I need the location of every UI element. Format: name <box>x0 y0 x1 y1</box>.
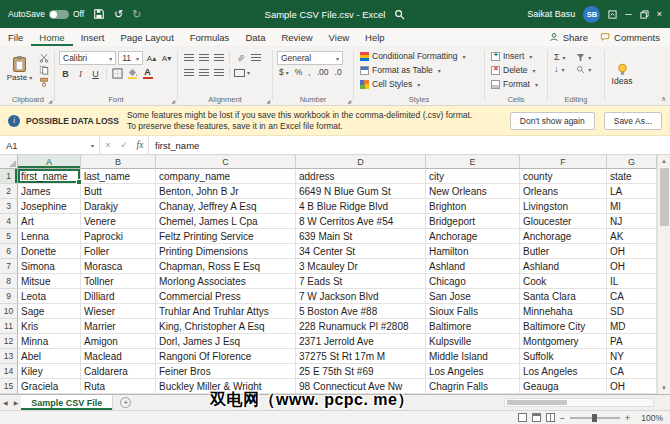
cell-G4[interactable]: NJ <box>607 214 657 229</box>
undo-button[interactable]: ↺ <box>114 9 123 20</box>
column-header-B[interactable]: B <box>81 155 156 169</box>
cell-C12[interactable]: Dorl, James J Esq <box>156 334 296 349</box>
ribbon-display-options-icon[interactable] <box>608 10 617 19</box>
cell-A6[interactable]: Donette <box>18 244 81 259</box>
wrap-text-button[interactable] <box>249 51 262 64</box>
row-header-1[interactable]: 1 <box>0 169 18 184</box>
previous-sheet-icon[interactable]: ◀ <box>0 399 11 406</box>
cell-D13[interactable]: 37275 St Rt 17m M <box>296 349 426 364</box>
cell-B7[interactable]: Morasca <box>81 259 156 274</box>
cell-E11[interactable]: Baltimore <box>426 319 520 334</box>
cell-A4[interactable]: Art <box>18 214 81 229</box>
scrollbar-thumb[interactable] <box>660 168 669 226</box>
ribbon-tab-home[interactable]: Home <box>31 28 72 46</box>
cell-E3[interactable]: Brighton <box>426 199 520 214</box>
cell-G9[interactable]: CA <box>607 289 657 304</box>
font-color-button[interactable]: A <box>141 67 154 80</box>
cell-D7[interactable]: 3 Mcauley Dr <box>296 259 426 274</box>
cell-F8[interactable]: Cook <box>520 274 607 289</box>
scroll-up-icon[interactable]: ▲ <box>661 155 667 167</box>
cell-A14[interactable]: Kiley <box>18 364 81 379</box>
font-name-select[interactable]: Calibri▾ <box>59 51 116 65</box>
cell-A1[interactable]: first_name <box>18 169 81 184</box>
cell-A2[interactable]: James <box>18 184 81 199</box>
cell-B11[interactable]: Marrier <box>81 319 156 334</box>
sort-filter-button[interactable]: ▾ <box>576 53 598 62</box>
cell-G12[interactable]: PA <box>607 334 657 349</box>
row-header-10[interactable]: 10 <box>0 304 18 319</box>
row-header-12[interactable]: 12 <box>0 334 18 349</box>
cell-C11[interactable]: King, Christopher A Esq <box>156 319 296 334</box>
insert-button[interactable]: + Insert ▾ <box>489 49 543 63</box>
cell-D9[interactable]: 7 W Jackson Blvd <box>296 289 426 304</box>
cell-B10[interactable]: Wieser <box>81 304 156 319</box>
cell-B1[interactable]: last_name <box>81 169 156 184</box>
cell-C4[interactable]: Chemel, James L Cpa <box>156 214 296 229</box>
cell-A8[interactable]: Mitsue <box>18 274 81 289</box>
cell-E5[interactable]: Anchorage <box>426 229 520 244</box>
cell-A5[interactable]: Lenna <box>18 229 81 244</box>
cell-D4[interactable]: 8 W Cerritos Ave #54 <box>296 214 426 229</box>
column-header-E[interactable]: E <box>426 155 520 169</box>
cell-E10[interactable]: Sioux Falls <box>426 304 520 319</box>
cell-F3[interactable]: Livingston <box>520 199 607 214</box>
share-button[interactable]: Share <box>549 32 588 43</box>
cut-button[interactable] <box>37 52 50 63</box>
cell-B3[interactable]: Darakjy <box>81 199 156 214</box>
horizontal-scrollbar[interactable] <box>504 398 654 407</box>
align-center-button[interactable] <box>197 66 210 79</box>
cell-B14[interactable]: Caldarera <box>81 364 156 379</box>
ribbon-tab-insert[interactable]: Insert <box>73 28 113 46</box>
ribbon-tab-page-layout[interactable]: Page Layout <box>112 28 181 46</box>
cell-E9[interactable]: San Jose <box>426 289 520 304</box>
sheet-tab-active[interactable]: Sample CSV File <box>21 395 113 410</box>
cell-B8[interactable]: Tollner <box>81 274 156 289</box>
autosave-toggle[interactable]: AutoSave Off <box>8 9 84 19</box>
ribbon-tab-view[interactable]: View <box>321 28 357 46</box>
save-as-button[interactable]: Save As... <box>604 112 662 130</box>
page-break-view-icon[interactable] <box>546 413 555 422</box>
row-header-4[interactable]: 4 <box>0 214 18 229</box>
cell-D12[interactable]: 2371 Jerrold Ave <box>296 334 426 349</box>
next-sheet-icon[interactable]: ▶ <box>11 399 22 406</box>
redo-button[interactable]: ↻ <box>132 9 141 20</box>
zoom-slider[interactable] <box>570 417 620 419</box>
cell-F11[interactable]: Baltimore City <box>520 319 607 334</box>
vertical-scrollbar[interactable]: ▲ ▼ <box>657 155 670 394</box>
zoom-slider-thumb[interactable] <box>592 414 597 422</box>
scrollbar-thumb[interactable] <box>507 400 567 405</box>
cell-G15[interactable]: OH <box>607 379 657 394</box>
paste-button[interactable]: Paste▾ <box>6 57 33 82</box>
cell-G3[interactable]: MI <box>607 199 657 214</box>
cell-B2[interactable]: Butt <box>81 184 156 199</box>
delete-button[interactable]: × Delete ▾ <box>489 63 543 77</box>
format-button[interactable]: Format ▾ <box>489 77 543 91</box>
cell-C14[interactable]: Feiner Bros <box>156 364 296 379</box>
cell-A11[interactable]: Kris <box>18 319 81 334</box>
font-dialog-launcher[interactable]: ◢ <box>171 98 175 104</box>
fill-button[interactable]: ↓▾ <box>554 64 572 74</box>
ribbon-tab-review[interactable]: Review <box>273 28 320 46</box>
decrease-font-size-button[interactable]: A▾ <box>160 52 173 65</box>
cell-D3[interactable]: 4 B Blue Ridge Blvd <box>296 199 426 214</box>
cell-B15[interactable]: Ruta <box>81 379 156 394</box>
cell-D14[interactable]: 25 E 75th St #69 <box>296 364 426 379</box>
underline-button[interactable]: U <box>89 67 102 80</box>
format-as-table-button[interactable]: Format as Table ▾ <box>358 63 480 77</box>
row-header-3[interactable]: 3 <box>0 199 18 214</box>
cell-G11[interactable]: MD <box>607 319 657 334</box>
row-header-2[interactable]: 2 <box>0 184 18 199</box>
row-header-8[interactable]: 8 <box>0 274 18 289</box>
borders-button[interactable] <box>111 67 124 80</box>
autosum-button[interactable]: Σ▾ <box>554 52 572 62</box>
decrease-decimal-button[interactable]: .0 <box>333 67 344 77</box>
cell-D11[interactable]: 228 Runamuck Pl #2808 <box>296 319 426 334</box>
cell-G10[interactable]: SD <box>607 304 657 319</box>
cell-F2[interactable]: Orleans <box>520 184 607 199</box>
row-header-6[interactable]: 6 <box>0 244 18 259</box>
name-box[interactable]: A1 <box>0 136 86 154</box>
accounting-format-button[interactable]: $▾ <box>277 67 291 77</box>
zoom-out-button[interactable]: − <box>560 413 565 423</box>
column-header-C[interactable]: C <box>156 155 296 169</box>
font-size-select[interactable]: 11▾ <box>118 51 143 65</box>
